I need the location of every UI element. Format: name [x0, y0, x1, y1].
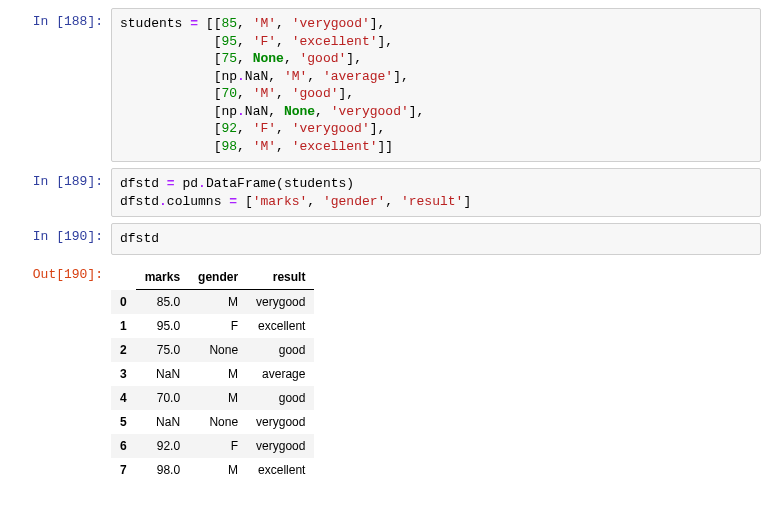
table-cell: 70.0	[136, 386, 189, 410]
code-token-str: 'M'	[253, 86, 276, 101]
table-cell: None	[189, 338, 247, 362]
code-token-punc: ],	[346, 51, 362, 66]
table-row: 275.0Nonegood	[111, 338, 314, 362]
output-cell: Out[190]: marksgenderresult 085.0Mverygo…	[8, 261, 761, 486]
table-cell: M	[189, 290, 247, 315]
row-index: 1	[111, 314, 136, 338]
code-token-op: =	[229, 194, 237, 209]
code-token-str: 'average'	[323, 69, 393, 84]
row-index: 6	[111, 434, 136, 458]
code-token-str: 'F'	[253, 34, 276, 49]
table-cell: excellent	[247, 458, 314, 482]
table-cell: good	[247, 386, 314, 410]
table-row: 085.0Mverygood	[111, 290, 314, 315]
code-token-num: 70	[221, 86, 237, 101]
row-index: 3	[111, 362, 136, 386]
table-row: 470.0Mgood	[111, 386, 314, 410]
code-token-punc: ,	[276, 34, 284, 49]
code-token-punc: ,	[307, 69, 315, 84]
table-corner	[111, 265, 136, 290]
table-cell: verygood	[247, 410, 314, 434]
code-token-punc: ,	[284, 51, 292, 66]
code-token-str: 'marks'	[253, 194, 308, 209]
code-token-punc: ,	[276, 139, 284, 154]
table-cell: 75.0	[136, 338, 189, 362]
code-token-str: 'excellent'	[292, 139, 378, 154]
code-token-punc: ,	[276, 16, 284, 31]
code-token-str: 'excellent'	[292, 34, 378, 49]
table-cell: NaN	[136, 410, 189, 434]
code-token-str: 'result'	[401, 194, 463, 209]
code-token-punc: ,	[237, 86, 245, 101]
code-token-op: .	[237, 104, 245, 119]
code-token-var: dfstd	[120, 194, 159, 209]
code-token-punc: ]]	[378, 139, 394, 154]
code-token-str: 'good'	[300, 51, 347, 66]
code-token-str: 'verygood'	[331, 104, 409, 119]
table-row: 195.0Fexcellent	[111, 314, 314, 338]
code-token-punc: ,	[268, 69, 276, 84]
code-token-punc: ],	[378, 34, 394, 49]
table-row: 692.0Fverygood	[111, 434, 314, 458]
code-token-punc: ],	[409, 104, 425, 119]
code-token-punc: ,	[307, 194, 315, 209]
code-input[interactable]: dfstd = pd.DataFrame(students) dfstd.col…	[111, 168, 761, 217]
code-token-op: =	[190, 16, 198, 31]
code-token-var: dfstd	[120, 231, 159, 246]
code-token-punc: (	[276, 176, 284, 191]
code-token-punc: ,	[385, 194, 393, 209]
column-header: gender	[189, 265, 247, 290]
table-cell: 95.0	[136, 314, 189, 338]
code-token-num: 85	[221, 16, 237, 31]
table-cell: good	[247, 338, 314, 362]
code-token-str: 'verygood'	[292, 16, 370, 31]
table-row: 5NaNNoneverygood	[111, 410, 314, 434]
code-token-num: 75	[221, 51, 237, 66]
column-header: result	[247, 265, 314, 290]
code-token-var: np	[221, 104, 237, 119]
code-token-punc: ,	[237, 51, 245, 66]
table-cell: None	[189, 410, 247, 434]
code-cell: In [189]: dfstd = pd.DataFrame(students)…	[8, 168, 761, 217]
code-input[interactable]: students = [[85, 'M', 'verygood'], [95, …	[111, 8, 761, 162]
code-token-punc: ,	[276, 86, 284, 101]
column-header: marks	[136, 265, 189, 290]
code-token-num: 92	[221, 121, 237, 136]
code-token-punc: [[	[206, 16, 222, 31]
code-token-str: 'verygood'	[292, 121, 370, 136]
table-row: 798.0Mexcellent	[111, 458, 314, 482]
code-token-var: pd	[182, 176, 198, 191]
table-cell: M	[189, 386, 247, 410]
code-token-punc: ,	[237, 34, 245, 49]
table-cell: average	[247, 362, 314, 386]
code-token-punc: ],	[370, 16, 386, 31]
code-token-str: 'M'	[253, 16, 276, 31]
code-token-var: NaN	[245, 104, 268, 119]
code-token-punc: ],	[393, 69, 409, 84]
code-token-str: 'M'	[284, 69, 307, 84]
code-token-op: =	[167, 176, 175, 191]
code-cell: In [188]: students = [[85, 'M', 'verygoo…	[8, 8, 761, 162]
output-area: marksgenderresult 085.0Mverygood195.0Fex…	[111, 261, 761, 486]
code-input[interactable]: dfstd	[111, 223, 761, 255]
code-token-punc: ],	[370, 121, 386, 136]
code-token-punc: [	[245, 194, 253, 209]
row-index: 0	[111, 290, 136, 315]
code-token-punc: )	[346, 176, 354, 191]
code-token-kw: None	[284, 104, 315, 119]
code-token-str: 'M'	[253, 139, 276, 154]
code-token-op: .	[159, 194, 167, 209]
code-token-kw: None	[253, 51, 284, 66]
row-index: 2	[111, 338, 136, 362]
table-cell: excellent	[247, 314, 314, 338]
table-cell: M	[189, 362, 247, 386]
code-token-str: 'F'	[253, 121, 276, 136]
code-token-punc: ,	[237, 121, 245, 136]
table-cell: F	[189, 314, 247, 338]
code-token-var: students	[284, 176, 346, 191]
row-index: 7	[111, 458, 136, 482]
row-index: 4	[111, 386, 136, 410]
code-token-num: 95	[221, 34, 237, 49]
code-token-str: 'gender'	[323, 194, 385, 209]
code-token-var: DataFrame	[206, 176, 276, 191]
